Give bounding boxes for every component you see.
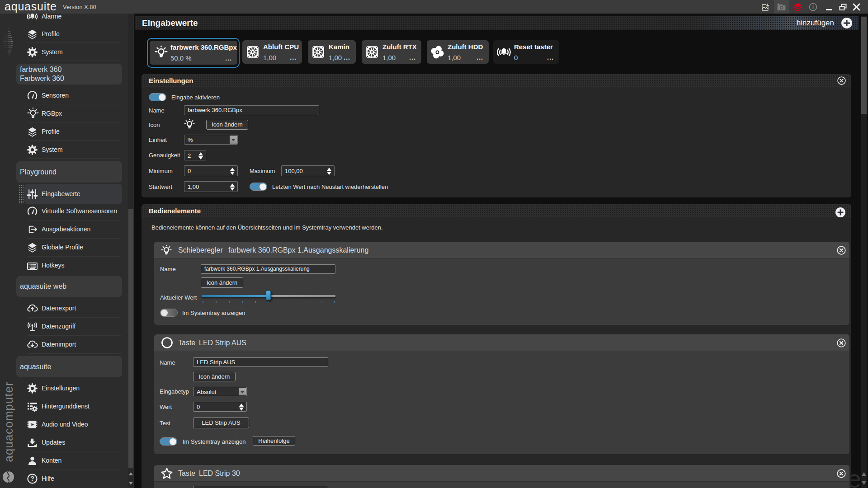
svg-text:?: ? bbox=[30, 475, 34, 483]
